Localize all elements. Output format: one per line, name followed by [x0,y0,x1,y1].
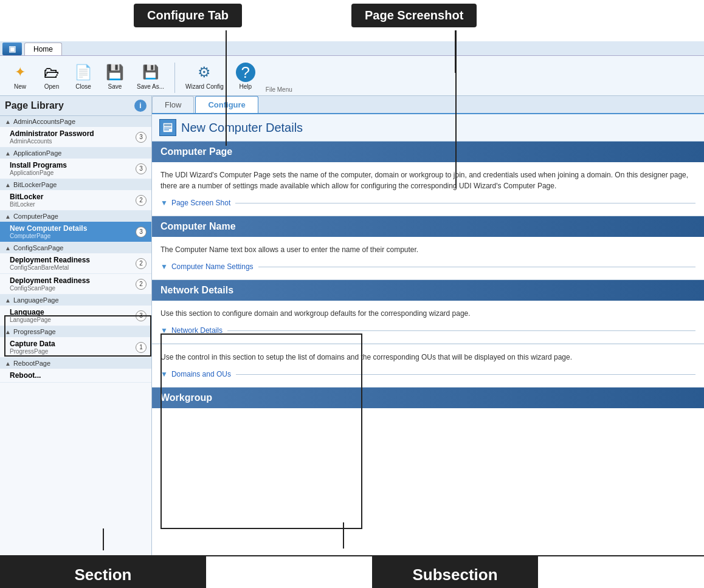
sidebar-group-bitlocker: ▲ BitLockerPage BitLocker BitLocker 2 [0,179,151,211]
subsection-label: Page Screen Shot [171,197,230,208]
section-body-computer-name: The Computer Name text box allows a user… [152,237,704,280]
sidebar-group-header-bitlocker: ▲ BitLockerPage [0,179,151,190]
sidebar-item-bitlocker[interactable]: BitLocker BitLocker 2 [0,190,151,211]
chevron-down-icon: ▲ [5,150,11,157]
ribbon: ▣ Home ✦ New 🗁 Open 📄 Close 💾 Save 💾 Sav… [0,41,704,96]
sidebar-group-language: ▲ LanguagePage Language LanguagePage 3 [0,295,151,326]
section-header-computer-name: Computer Name [152,216,704,237]
section-header-workgroup: Workgroup [152,388,704,408]
subsection-network-details[interactable]: ▼ Network Details [160,325,695,336]
new-button[interactable]: ✦ New [6,60,34,93]
tab-flow[interactable]: Flow [152,96,194,113]
sidebar-item-subtitle: ApplicationPage [10,169,133,176]
sidebar-group-label-progress: ProgressPage [13,328,56,335]
content-panel: Flow Configure New Computer Details Comp… [152,96,704,555]
sidebar-scroll[interactable]: ▲ AdminAccountsPage Administrator Passwo… [0,116,151,555]
sidebar-item-deployment-configscan[interactable]: Deployment Readiness ConfigScanPage 2 [0,274,151,295]
sidebar-item-new-computer[interactable]: New Computer Details ComputerPage 3 [0,222,151,242]
page-title: New Computer Details [181,121,303,135]
save-button[interactable]: 💾 Save [101,60,129,93]
sidebar-group-label-reboot: RebootPage [13,360,50,367]
chevron-right-icon: ▼ [160,325,168,336]
save-as-button[interactable]: 💾 Save As... [133,60,168,93]
new-icon: ✦ [10,63,30,82]
subsection-page-screenshot[interactable]: ▼ Page Screen Shot [160,197,695,208]
sidebar-item-title: Reboot... [10,371,147,380]
subsection-domains-ous[interactable]: ▼ Domains and OUs [160,369,695,380]
sidebar-item-title: Language [10,308,133,316]
chevron-down-icon: ▲ [5,329,11,335]
sidebar-item-deployment-baremetal[interactable]: Deployment Readiness ConfigScanBareMetal… [0,253,151,274]
sidebar-item-title: Administrator Password [10,129,133,138]
subsection-label: Subsection [372,556,538,588]
sidebar-info-icon[interactable]: i [134,100,147,112]
subsection-label: Domains and OUs [171,369,231,380]
subsection-computer-name-settings[interactable]: ▼ Computer Name Settings [160,261,695,272]
configure-tab-label: Configure Tab [134,4,242,27]
sidebar-item-title: Capture Data [10,340,133,348]
section-domains-ous: Use the control in this section to setup… [152,344,704,388]
chevron-down-icon: ▲ [5,182,11,188]
page-title-bar: New Computer Details [152,114,704,142]
sidebar-group-header-admin: ▲ AdminAccountsPage [0,116,151,127]
svg-rect-3 [164,129,169,131]
close-button[interactable]: 📄 Close [69,60,97,93]
sidebar-group-label-bitlocker: BitLockerPage [13,181,57,188]
content-body[interactable]: Computer Page The UDI Wizard's Computer … [152,142,704,555]
sidebar-group-label-configscan: ConfigScanPage [13,244,64,251]
sidebar-group-label-application: ApplicationPage [13,149,62,157]
sidebar-group-header-progress: ▲ ProgressPage [0,326,151,337]
sidebar-item-title: Deployment Readiness [10,276,133,285]
subsection-line [235,203,695,203]
section-body-computer-page: The UDI Wizard's Computer Page sets the … [152,162,704,216]
section-workgroup: Workgroup [152,388,704,408]
subsection-line [258,267,695,267]
tab-configure[interactable]: Configure [195,96,258,113]
sidebar-group-header-computer: ▲ ComputerPage [0,211,151,222]
save-as-icon: 💾 [141,63,160,82]
sidebar-item-subtitle: BitLocker [10,201,133,208]
sidebar-group-header-reboot: ▲ RebootPage [0,358,151,369]
help-icon: ? [236,63,255,82]
content-tabs: Flow Configure [152,96,704,114]
file-menu-label: File Menu [266,86,292,93]
open-icon: 🗁 [42,63,61,82]
chevron-down-icon: ▲ [5,245,11,251]
sidebar-item-install-programs[interactable]: Install Programs ApplicationPage 3 [0,159,151,179]
wizard-config-icon: ⚙ [195,63,214,82]
sidebar-item-subtitle: ProgressPage [10,348,133,355]
chevron-right-icon: ▼ [160,197,168,208]
section-body-domains: Use the control in this section to setup… [152,344,704,388]
page-screenshot-label: Page Screenshot [351,4,477,27]
section-body-network-details: Use this section to configure domain and… [152,301,704,344]
section-network-details: Network Details Use this section to conf… [152,280,704,344]
section-header-network-details: Network Details [152,280,704,301]
sidebar-item-reboot[interactable]: Reboot... [0,369,151,383]
sidebar-item-subtitle: ComputerPage [10,233,133,239]
sidebar-group-label-computer: ComputerPage [13,213,58,220]
sidebar-item-badge: 3 [136,227,147,238]
home-tab[interactable]: Home [24,43,62,55]
app-button[interactable]: ▣ [2,43,22,55]
sidebar-item-badge: 2 [136,279,147,290]
sidebar-item-capture-data[interactable]: Capture Data ProgressPage 1 [0,337,151,358]
subsection-label: Computer Name Settings [171,261,254,272]
sidebar-item-subtitle: ConfigScanBareMetal [10,264,133,271]
sidebar-group-header-application: ▲ ApplicationPage [0,148,151,159]
save-icon: 💾 [105,63,125,82]
sidebar-item-admin-password[interactable]: Administrator Password AdminAccounts 3 [0,127,151,148]
sidebar-item-badge: 3 [136,132,147,143]
section-label: Section [0,556,206,588]
sidebar-group-progress: ▲ ProgressPage Capture Data ProgressPage… [0,326,151,358]
sidebar-item-language[interactable]: Language LanguagePage 3 [0,306,151,326]
help-button[interactable]: ? Help [232,60,260,93]
close-icon: 📄 [74,63,93,82]
sidebar-group-configscan: ▲ ConfigScanPage Deployment Readiness Co… [0,242,151,295]
wizard-config-button[interactable]: ⚙ Wizard Config [181,60,228,93]
sidebar-item-title: New Computer Details [10,224,133,233]
sidebar-group-header-configscan: ▲ ConfigScanPage [0,242,151,253]
page-icon [159,119,176,136]
chevron-down-icon: ▲ [5,213,11,220]
sidebar-group-application: ▲ ApplicationPage Install Programs Appli… [0,148,151,179]
open-button[interactable]: 🗁 Open [38,60,66,93]
